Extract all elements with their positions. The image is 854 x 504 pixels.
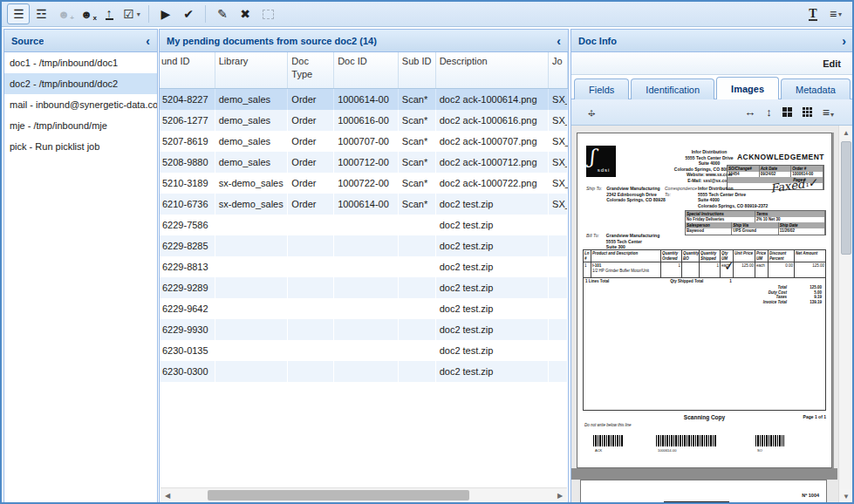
grid-cell[interactable]	[334, 361, 399, 382]
grid-cell[interactable]: demo_sales	[215, 110, 289, 131]
document-page-2[interactable]: Nº 1004	[580, 480, 827, 503]
grid-cell[interactable]	[288, 319, 334, 340]
grid-cell[interactable]: SX_	[549, 89, 568, 110]
column-header[interactable]: Description	[436, 52, 549, 88]
grid-cell[interactable]: doc2 test.zip	[436, 235, 549, 256]
grid-cell[interactable]	[549, 319, 568, 340]
grid-cell[interactable]: Scan*	[399, 131, 436, 152]
edit-button[interactable]: Edit	[823, 58, 841, 69]
table-row[interactable]: 6229-9289doc2 test.zip	[160, 277, 568, 298]
grid-cell[interactable]: doc2 ack-1000614.png	[436, 89, 549, 110]
grid-cell[interactable]	[399, 319, 436, 340]
tasks-button[interactable]: ☑▾	[120, 3, 143, 24]
grid-cell[interactable]	[215, 277, 289, 298]
grid-cell[interactable]: demo_sales	[215, 152, 289, 173]
grid-cell[interactable]: SX_	[549, 152, 568, 173]
thumbnails-small-icon[interactable]	[782, 107, 792, 117]
grid-cell[interactable]: doc2 test.zip	[436, 298, 549, 319]
grid-cell[interactable]: doc2 test.zip	[436, 319, 549, 340]
grid-cell[interactable]: doc2 test.zip	[436, 256, 549, 277]
grid-cell[interactable]	[215, 340, 289, 361]
tab-images[interactable]: Images	[716, 77, 779, 99]
grid-cell[interactable]	[549, 298, 568, 319]
tab-fields[interactable]: Fields	[574, 78, 629, 99]
table-row[interactable]: 5206-1277demo_salesOrder1000616-00Scan*d…	[160, 110, 568, 131]
grid-cell[interactable]: doc2 ack-1000712.png	[436, 152, 549, 173]
grid-cell[interactable]: sx-demo_sales	[215, 194, 289, 215]
grid-cell[interactable]	[288, 235, 334, 256]
table-row[interactable]: 6229-9642doc2 test.zip	[160, 298, 568, 319]
grid-cell[interactable]: 6230-0300	[160, 361, 215, 382]
grid-cell[interactable]: 1000707-00	[334, 131, 399, 152]
scroll-left-icon[interactable]: ◀	[161, 488, 174, 502]
column-header[interactable]: Doc ID	[334, 52, 399, 88]
grid-cell[interactable]: doc2 test.zip	[436, 194, 549, 215]
grid-cell[interactable]	[399, 256, 436, 277]
view-menu-button[interactable]: ≡▾	[823, 106, 834, 119]
unassign-user-button[interactable]: ☻x	[75, 3, 98, 24]
grid-cell[interactable]: doc2 ack-1000722.png	[436, 173, 549, 194]
grid-cell[interactable]	[334, 298, 399, 319]
table-row[interactable]: 6229-8285doc2 test.zip	[160, 235, 568, 256]
grid-cell[interactable]: Order	[288, 194, 334, 215]
scroll-up-icon[interactable]: ▲	[839, 126, 853, 140]
grid-cell[interactable]: doc2 ack-1000616.png	[436, 110, 549, 131]
grid-cell[interactable]: Scan*	[399, 89, 436, 110]
grid-cell[interactable]	[549, 256, 568, 277]
run-button[interactable]: ▶	[154, 3, 177, 24]
source-item[interactable]: mail - inbound@synergetic-data.cor	[4, 94, 157, 115]
scroll-down-icon[interactable]: ▼	[839, 489, 853, 503]
grid-cell[interactable]: doc2 ack-1000707.png	[436, 131, 549, 152]
assign-user-button[interactable]: ☻+	[52, 3, 75, 24]
grid-cell[interactable]	[549, 235, 568, 256]
grid-cell[interactable]	[215, 215, 289, 235]
grid-cell[interactable]	[399, 361, 436, 382]
scrollbar-thumb[interactable]	[208, 490, 469, 501]
grid-cell[interactable]	[549, 340, 568, 361]
tab-metadata[interactable]: Metadata	[781, 78, 851, 99]
grid-cell[interactable]	[215, 256, 289, 277]
table-row[interactable]: 6230-0135doc2 test.zip	[160, 340, 568, 361]
document-page-1[interactable]: ʃ sdsi Infor Distribution5555 Tech Cente…	[577, 133, 832, 468]
table-row[interactable]: 6210-6736sx-demo_salesOrder1000614-00Sca…	[160, 194, 568, 215]
text-options-button[interactable]: T	[802, 3, 824, 24]
grid-cell[interactable]	[215, 361, 289, 382]
grid-cell[interactable]	[399, 298, 436, 319]
scroll-right-icon[interactable]: ▶	[553, 488, 567, 502]
my-documents-button[interactable]: ☰	[7, 3, 30, 24]
grid-cell[interactable]	[399, 215, 436, 235]
grid-cell[interactable]: Order	[288, 131, 334, 152]
grid-cell[interactable]: 6229-8285	[160, 235, 215, 256]
table-row[interactable]: 6230-0300doc2 test.zip	[160, 361, 568, 382]
grid-cell[interactable]	[399, 235, 436, 256]
select-region-button[interactable]	[256, 3, 279, 24]
grid-cell[interactable]	[549, 277, 568, 298]
column-header[interactable]: und ID	[160, 52, 215, 88]
grid-cell[interactable]: 5206-1277	[160, 110, 215, 131]
column-header[interactable]: Library	[215, 52, 289, 88]
pan-button[interactable]: ↔↕	[580, 102, 603, 123]
table-row[interactable]: 6229-7586doc2 test.zip	[160, 215, 568, 235]
grid-cell[interactable]: SX_	[549, 194, 568, 215]
grid-cell[interactable]: SX_	[549, 110, 568, 131]
grid-cell[interactable]: 5204-8227	[160, 89, 215, 110]
expand-right-icon[interactable]: ›	[842, 35, 846, 47]
grid-cell[interactable]: 1000616-00	[334, 110, 399, 131]
grid-cell[interactable]: SX_	[549, 131, 568, 152]
grid-cell[interactable]: Order	[288, 89, 334, 110]
grid-cell[interactable]: demo_sales	[215, 89, 289, 110]
column-header[interactable]: Doc Type	[288, 52, 334, 88]
grid-cell[interactable]: 6229-8813	[160, 256, 215, 277]
grid-cell[interactable]	[334, 256, 399, 277]
reject-button[interactable]: ✖	[234, 3, 256, 24]
grid-cell[interactable]	[334, 277, 399, 298]
grid-cell[interactable]	[215, 319, 289, 340]
grid-cell[interactable]	[215, 298, 289, 319]
source-item[interactable]: doc1 - /tmp/inbound/doc1	[4, 52, 157, 73]
table-row[interactable]: 6229-8813doc2 test.zip	[160, 256, 568, 277]
thumbnails-large-icon[interactable]	[803, 107, 812, 117]
grid-cell[interactable]	[288, 298, 334, 319]
grid-cell[interactable]: Scan*	[399, 194, 436, 215]
grid-cell[interactable]: Scan*	[399, 173, 436, 194]
grid-cell[interactable]	[334, 340, 399, 361]
